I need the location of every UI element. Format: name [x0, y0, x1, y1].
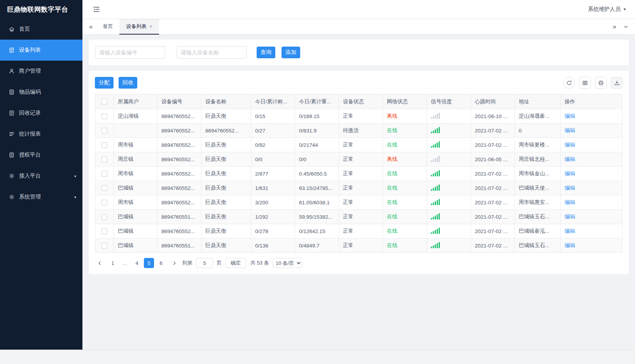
- row-checkbox[interactable]: [101, 113, 107, 119]
- columns-button[interactable]: [579, 77, 591, 89]
- actions-cell: 编辑: [561, 195, 623, 210]
- edit-link[interactable]: 编辑: [565, 171, 575, 176]
- device-number-cell: 8694760552...: [157, 224, 201, 239]
- heartbeat-cell: 2021-07-02 ...: [471, 181, 515, 195]
- edit-link[interactable]: 编辑: [565, 127, 575, 133]
- print-button[interactable]: [595, 77, 607, 89]
- sidebar-item-merchant-management[interactable]: 商户管理: [0, 61, 82, 82]
- sidebar-item-home[interactable]: 首页: [0, 19, 82, 40]
- download-icon: [614, 80, 620, 86]
- merchant-cell: 周市镇: [114, 195, 157, 210]
- pagination-ellipsis: ...: [120, 258, 130, 268]
- sidebar-item-device-list[interactable]: 设备列表: [0, 40, 82, 61]
- sidebar-item-item-coding[interactable]: 物品编码: [0, 82, 82, 103]
- network-status-badge: 离线: [387, 113, 397, 119]
- edit-link[interactable]: 编辑: [565, 228, 575, 234]
- actions-cell: 编辑: [561, 224, 623, 239]
- column-header-actions: 操作: [561, 94, 623, 109]
- row-checkbox[interactable]: [101, 243, 107, 249]
- network-status-badge: 离线: [387, 156, 397, 162]
- address-cell: 0: [515, 124, 561, 138]
- tabs-menu-button[interactable]: [620, 19, 632, 35]
- allocate-button[interactable]: 分配: [95, 77, 114, 89]
- add-button[interactable]: 添加: [282, 47, 300, 58]
- row-checkbox[interactable]: [101, 228, 107, 234]
- tab-device-list[interactable]: 设备列表×: [119, 19, 159, 35]
- tabs-scroll-left-button[interactable]: «: [86, 19, 96, 35]
- page-button-4[interactable]: 4: [132, 258, 142, 268]
- row-checkbox[interactable]: [101, 200, 107, 206]
- device-number-cell: 8694760552...: [157, 138, 201, 152]
- heartbeat-cell: 2021-07-02 ...: [471, 124, 515, 138]
- edit-link[interactable]: 编辑: [565, 156, 575, 162]
- refresh-button[interactable]: [563, 77, 575, 89]
- device-number-input[interactable]: [95, 46, 165, 59]
- content: 查询 添加 分配 回收: [82, 34, 635, 350]
- network-status-badge: 在线: [387, 127, 397, 133]
- sidebar-item-system-management[interactable]: 系统管理▾: [0, 186, 82, 207]
- row-checkbox[interactable]: [101, 185, 107, 191]
- row-select-cell: [95, 152, 114, 167]
- confirm-button[interactable]: 确定: [225, 258, 246, 268]
- edit-link[interactable]: 编辑: [565, 199, 575, 205]
- filter-buttons: 查询 添加: [257, 47, 300, 58]
- device-name-input[interactable]: [177, 46, 247, 59]
- today-total-count-cell: 3/200: [251, 195, 295, 210]
- goto-page-input[interactable]: [196, 258, 213, 268]
- row-checkbox[interactable]: [101, 214, 107, 220]
- signal-strength-icon: [431, 170, 440, 176]
- tab-home[interactable]: 首页: [96, 19, 119, 35]
- pagination-pages: 1...456: [108, 258, 166, 268]
- heartbeat-cell: 2021-07-02 ...: [471, 210, 515, 224]
- device-name-cell: 巨鼎天衡: [201, 152, 251, 167]
- next-page-button[interactable]: [170, 258, 179, 268]
- export-button[interactable]: [611, 77, 623, 89]
- merchant-cell: 巴城镇: [114, 210, 157, 224]
- collapse-menu-button[interactable]: [93, 5, 100, 13]
- address-cell: 周庄镇北桂...: [515, 152, 561, 167]
- sidebar-item-authorization-platform[interactable]: 授权平台: [0, 145, 82, 165]
- sidebar-item-label: 设备列表: [19, 47, 41, 54]
- close-icon[interactable]: ×: [149, 23, 152, 29]
- query-button[interactable]: 查询: [257, 47, 275, 58]
- print-icon: [598, 80, 604, 86]
- merchant-cell: 周庄镇: [114, 152, 157, 167]
- today-total-weight-cell: 61.05/6038.1: [295, 195, 339, 210]
- device-status-cell: 待激活: [339, 124, 383, 138]
- row-checkbox[interactable]: [101, 157, 107, 162]
- tab-bar: « 首页设备列表× »: [82, 19, 635, 34]
- user-menu[interactable]: 系统维护人员 ▼: [588, 6, 626, 13]
- device-number-cell: 8694760552...: [157, 167, 201, 181]
- row-checkbox[interactable]: [101, 142, 107, 148]
- select-all-checkbox[interactable]: [101, 99, 107, 104]
- row-checkbox[interactable]: [101, 128, 107, 134]
- page-size-select[interactable]: 10 条/页: [273, 258, 302, 268]
- page-button-5[interactable]: 5: [144, 258, 154, 268]
- column-header-signal-strength: 信号强度: [427, 94, 471, 109]
- tab-label: 设备列表: [126, 23, 146, 30]
- edit-link[interactable]: 编辑: [565, 185, 575, 191]
- page-button-6[interactable]: 6: [156, 258, 166, 268]
- row-checkbox[interactable]: [101, 171, 107, 177]
- signal-strength-cell: [427, 124, 471, 138]
- device-number-cell: 8694760552...: [157, 152, 201, 167]
- page-button-1[interactable]: 1: [108, 258, 118, 268]
- prev-page-button[interactable]: [95, 258, 104, 268]
- report-icon: [9, 131, 15, 137]
- edit-link[interactable]: 编辑: [565, 214, 575, 219]
- signal-strength-icon: [431, 213, 440, 219]
- tabs-scroll-right-button[interactable]: »: [609, 19, 620, 35]
- access-gear-icon: [9, 173, 15, 179]
- row-select-cell: [95, 109, 114, 124]
- sidebar-item-recycle-records[interactable]: 回收记录: [0, 103, 82, 124]
- edit-link[interactable]: 编辑: [565, 242, 575, 248]
- sidebar-item-access-platform[interactable]: 接入平台▾: [0, 165, 82, 186]
- merchant-icon: [9, 68, 15, 74]
- sidebar-item-statistics-report[interactable]: 统计报表: [0, 124, 82, 145]
- merchant-cell: 淀山湖镇: [114, 109, 157, 124]
- recycle-button[interactable]: 回收: [119, 77, 137, 89]
- page-unit-label: 页: [217, 260, 222, 266]
- edit-link[interactable]: 编辑: [565, 142, 575, 148]
- sidebar-item-label: 物品编码: [19, 89, 41, 96]
- edit-link[interactable]: 编辑: [565, 113, 575, 119]
